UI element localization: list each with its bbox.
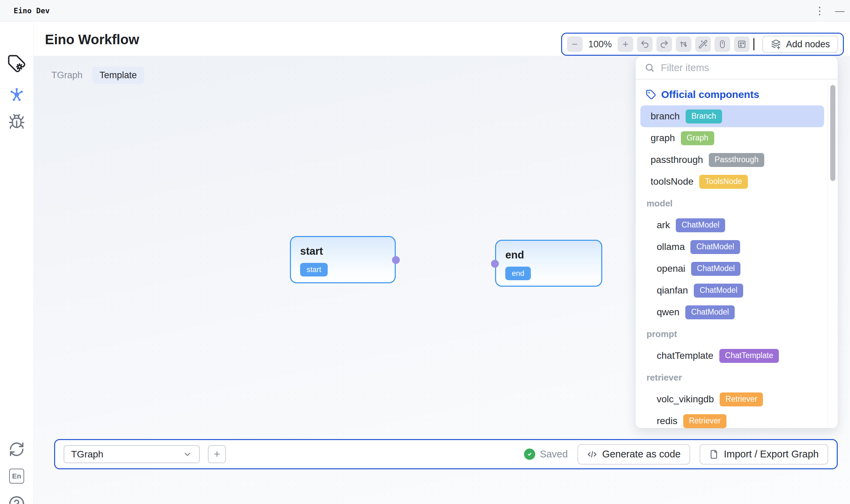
component-list: Official components branchBranchgraphGra… — [636, 80, 828, 428]
canvas-toolbar: − 100% + Add nodes — [561, 33, 844, 56]
undo-icon — [640, 39, 650, 49]
graph-mode-tabs: TGraph Template — [46, 67, 144, 84]
component-type-badge: Retriever — [720, 392, 763, 406]
generate-code-button[interactable]: Generate as code — [577, 444, 690, 465]
window-minimize-icon[interactable]: — — [835, 5, 850, 16]
component-type-badge: ChatModel — [691, 262, 740, 276]
component-type-badge: Graph — [681, 131, 714, 145]
component-name: redis — [657, 416, 677, 426]
mouse-icon — [718, 39, 727, 49]
minimap-button[interactable] — [734, 36, 750, 52]
auto-layout-button[interactable] — [676, 36, 691, 52]
zoom-in-button[interactable]: + — [618, 36, 633, 52]
component-name: chatTemplate — [657, 350, 714, 361]
component-item-branch[interactable]: branchBranch — [640, 105, 824, 127]
chevron-down-icon — [183, 450, 192, 459]
zoom-level: 100% — [588, 39, 612, 50]
component-name: openai — [657, 263, 685, 274]
node-start-output-port[interactable] — [392, 256, 400, 264]
scrollbar-thumb[interactable] — [830, 85, 835, 181]
component-name: graph — [651, 133, 675, 144]
redo-icon — [659, 39, 669, 49]
graph-select[interactable]: TGraph — [64, 445, 200, 463]
node-end-badge: end — [505, 267, 531, 280]
node-start[interactable]: start start — [290, 236, 396, 283]
zoom-out-button[interactable]: − — [567, 36, 583, 52]
help-icon[interactable] — [9, 495, 25, 504]
language-label: En — [9, 469, 24, 484]
component-item-redis[interactable]: redisRetriever — [636, 410, 828, 428]
component-section-retriever: retriever — [636, 367, 828, 388]
node-start-badge: start — [300, 263, 328, 276]
minimap-icon — [737, 39, 747, 49]
auto-layout-icon — [679, 39, 688, 49]
official-components-title: Official components — [661, 89, 759, 100]
panel-scrollbar[interactable] — [828, 80, 838, 428]
code-icon — [587, 449, 597, 459]
add-nodes-button[interactable]: Add nodes — [762, 36, 838, 53]
component-section-model: model — [636, 192, 828, 214]
workflow-graph-icon[interactable] — [8, 85, 26, 103]
component-item-ollama[interactable]: ollamaChatModel — [636, 236, 828, 258]
component-name: passthrough — [651, 154, 703, 165]
component-name: ollama — [657, 241, 685, 252]
page-title: Eino Workflow — [45, 32, 139, 47]
component-item-qianfan[interactable]: qianfanChatModel — [636, 280, 828, 301]
component-name: qwen — [657, 307, 680, 318]
add-graph-button[interactable]: + — [208, 445, 226, 463]
component-item-openai[interactable]: openaiChatModel — [636, 258, 828, 280]
component-name: toolsNode — [651, 176, 693, 187]
search-icon — [644, 63, 655, 73]
component-name: qianfan — [657, 285, 688, 296]
component-name: ark — [657, 220, 670, 231]
graph-select-value: TGraph — [71, 449, 103, 460]
language-toggle-icon[interactable]: En — [9, 469, 24, 484]
component-item-qwen[interactable]: qwenChatModel — [636, 301, 828, 323]
add-nodes-label: Add nodes — [786, 39, 830, 50]
layers-plus-icon — [770, 39, 782, 50]
component-type-badge: ChatModel — [676, 218, 725, 232]
import-export-label: Import / Export Graph — [724, 449, 819, 460]
sidebar: En — [0, 22, 34, 504]
component-item-ark[interactable]: arkChatModel — [636, 214, 828, 236]
mouse-mode-button[interactable] — [715, 36, 730, 52]
import-export-button[interactable]: Import / Export Graph — [700, 444, 828, 465]
graph-bottom-bar: TGraph + Saved Generate as code Import /… — [54, 439, 838, 469]
window-titlebar: Eino Dev ⋮ — — [0, 0, 850, 22]
component-item-chatTemplate[interactable]: chatTemplateChatTemplate — [636, 345, 828, 367]
tab-template[interactable]: Template — [92, 67, 145, 84]
tag-icon — [646, 89, 656, 100]
eino-logo-icon[interactable] — [7, 54, 26, 73]
tab-tgraph[interactable]: TGraph — [46, 67, 88, 84]
node-start-title: start — [300, 245, 323, 257]
filter-input[interactable] — [661, 62, 829, 73]
zoom-out-icon: − — [572, 39, 578, 49]
component-item-passthrough[interactable]: passthroughPassthrough — [636, 149, 828, 171]
window-menu-icon[interactable]: ⋮ — [815, 6, 825, 16]
refresh-icon[interactable] — [9, 441, 25, 457]
generate-code-label: Generate as code — [602, 449, 681, 460]
component-item-toolsNode[interactable]: toolsNodeToolsNode — [636, 171, 828, 192]
toolbar-divider — [753, 38, 754, 50]
file-icon — [709, 450, 719, 459]
component-item-graph[interactable]: graphGraph — [636, 127, 828, 149]
undo-button[interactable] — [637, 36, 653, 52]
window-title: Eino Dev — [14, 6, 50, 15]
magic-wand-button[interactable] — [695, 36, 711, 52]
saved-check-icon — [524, 449, 535, 460]
plus-icon: + — [214, 448, 220, 460]
node-end-input-port[interactable] — [491, 260, 499, 268]
node-end[interactable]: end end — [495, 240, 602, 287]
component-item-volc_vikingdb[interactable]: volc_vikingdbRetriever — [636, 388, 828, 410]
component-type-badge: Retriever — [683, 414, 726, 428]
magic-wand-icon — [698, 39, 708, 49]
app-window: Eino Dev ⋮ — — [0, 0, 850, 504]
debug-bug-icon[interactable] — [8, 113, 25, 130]
official-components-header: Official components — [636, 84, 828, 105]
component-name: volc_vikingdb — [657, 394, 714, 405]
component-type-badge: ChatModel — [694, 284, 743, 298]
component-type-badge: ToolsNode — [699, 175, 748, 189]
component-section-prompt: prompt — [636, 323, 828, 345]
redo-button[interactable] — [656, 36, 672, 52]
add-nodes-panel: Official components branchBranchgraphGra… — [636, 56, 838, 428]
